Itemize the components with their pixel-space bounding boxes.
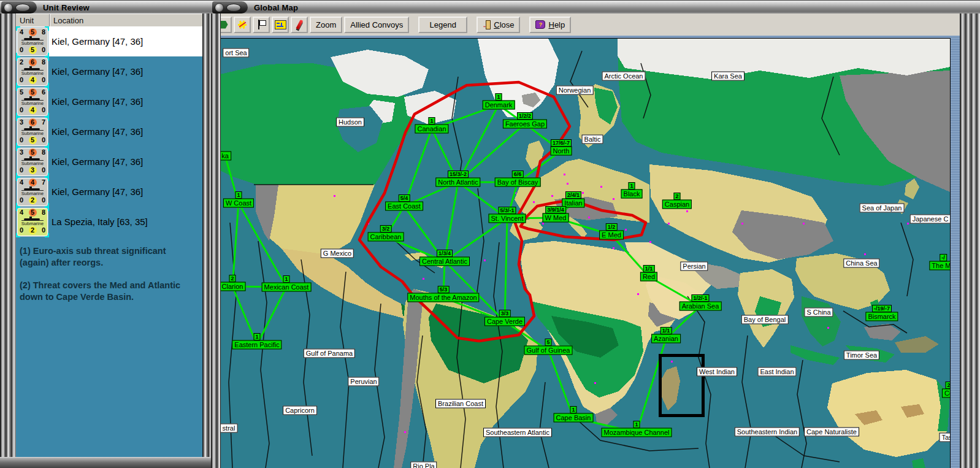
help-button[interactable]: ? Help	[529, 17, 571, 33]
sea-name-label: Sea of Japan	[860, 204, 905, 213]
unit-stat: 3	[29, 166, 37, 174]
sea-zone-label[interactable]: Mexican Coast	[262, 283, 312, 292]
marker-icon	[296, 20, 303, 29]
submarine-icon	[21, 36, 44, 40]
sea-zone-badge: 3/9/1/4	[545, 206, 566, 213]
global-map-right-frame	[960, 13, 980, 468]
sea-zone-label[interactable]: Co	[942, 389, 951, 398]
sea-zone-label[interactable]: Caspian	[662, 200, 692, 209]
window-menu-knob[interactable]	[1, 1, 37, 13]
map-label-layer: ort SeaHudsonNorwegianArctic OceanKara S…	[220, 39, 950, 468]
sea-zone-label[interactable]: W Coast	[223, 199, 254, 208]
sea-zone-badge: 1	[495, 93, 502, 101]
unit-counter[interactable]: 447Submarine020	[17, 178, 48, 206]
unit-row[interactable]: 458Submarine050Kiel, Germany [47, 36]	[16, 26, 202, 56]
sea-name-label: East Indian	[757, 367, 796, 377]
sea-zone-label[interactable]: Bay of Biscay	[495, 178, 541, 187]
unit-row[interactable]: 358Submarine030Kiel, Germany [47, 36]	[16, 147, 202, 177]
sea-zone-label[interactable]: The Ma	[929, 261, 951, 270]
burst-icon	[237, 20, 247, 29]
sea-zone-badge: -/19/-7	[872, 305, 892, 312]
sea-zone-label[interactable]: ka	[220, 152, 231, 161]
sea-zone-label[interactable]: Red	[640, 272, 657, 282]
unit-counter[interactable]: 367Submarine050	[17, 118, 48, 146]
unit-location: La Spezia, Italy [63, 35]	[52, 217, 148, 227]
unit-review-titlebar[interactable]: Unit Review	[0, 0, 211, 15]
column-header-location[interactable]: Location	[50, 14, 86, 27]
sea-zone-label[interactable]: St. Vincent	[489, 214, 526, 223]
screw-icon	[4, 3, 13, 12]
sea-zone-label[interactable]: Cape Basin	[554, 413, 594, 423]
sea-zone-label[interactable]: Cape Verde	[484, 317, 525, 326]
unit-row[interactable]: 458Submarine020La Spezia, Italy [63, 35]	[16, 207, 202, 237]
sea-zone-badge: 5	[545, 339, 551, 346]
world-map[interactable]: ort SeaHudsonNorwegianArctic OceanKara S…	[220, 38, 951, 468]
sea-zone-label[interactable]: North Atlantic	[435, 178, 480, 187]
sea-zone-badge: 17/6/-7	[551, 139, 572, 147]
unit-review-body: 458Submarine050Kiel, Germany [47, 36]268…	[16, 26, 202, 457]
unit-stat: 6	[29, 58, 37, 66]
unit-type-label: Submarine	[18, 131, 47, 136]
sea-name-label: G Mexico	[321, 249, 354, 258]
counter-button[interactable]	[272, 17, 289, 33]
unit-row[interactable]: 367Submarine050Kiel, Germany [47, 36]	[16, 117, 202, 147]
unit-counter[interactable]: 556Submarine040	[17, 88, 48, 116]
sea-name-label: Cape Naturaliste	[804, 428, 859, 437]
unit-counter[interactable]: 458Submarine020	[17, 208, 48, 236]
marker-button[interactable]	[291, 17, 308, 33]
sea-name-label: Brazilian Coast	[435, 399, 486, 409]
sea-zone-label[interactable]: Central Atlantic	[419, 257, 470, 266]
unit-type-label: Submarine	[18, 71, 47, 76]
sea-zone-label[interactable]: Caribbean	[368, 232, 404, 242]
global-map-titlebar[interactable]: Global Map	[211, 0, 980, 15]
allied-convoys-button[interactable]: Allied Convoys	[344, 17, 409, 33]
unit-row[interactable]: 556Submarine040Kiel, Germany [47, 36]	[16, 86, 202, 117]
sea-name-label: ort Sea	[223, 48, 249, 58]
sea-zone-label[interactable]: East Coast	[385, 202, 423, 211]
sea-zone-badge: 1	[428, 117, 435, 125]
sea-zone-label[interactable]: W Med	[543, 213, 569, 223]
unit-row[interactable]: 268Submarine040Kiel, Germany [47, 36]	[16, 56, 202, 86]
sea-zone-badge: 3/2	[380, 225, 392, 232]
sea-zone-label[interactable]: Arabian Sea	[679, 302, 722, 311]
unit-location: Kiel, Germany [47, 36]	[52, 156, 143, 167]
unit-counter[interactable]: 458Submarine050	[17, 28, 48, 56]
sea-zone-label[interactable]: Mozambique Channel	[601, 428, 672, 437]
unit-counter[interactable]: 268Submarine040	[17, 58, 48, 86]
sea-zone-badge: 1/2/-1	[691, 294, 709, 302]
unit-stat: 5	[29, 136, 37, 144]
sea-zone-badge: 1	[633, 421, 640, 428]
sea-zone-label[interactable]: North	[551, 147, 572, 156]
sea-zone-badge: 1/2/2	[517, 112, 533, 120]
unit-location: Kiel, Germany [47, 36]	[52, 66, 143, 77]
sea-name-label: Norwegian	[556, 86, 594, 95]
unit-counter[interactable]: 358Submarine030	[17, 148, 48, 176]
sea-name-label: Gulf of Panama	[304, 349, 355, 358]
counter-icon	[275, 20, 286, 29]
sea-zone-label[interactable]: Azanian	[651, 334, 681, 343]
sea-zone-label[interactable]: Clarion	[220, 282, 245, 291]
sea-zone-label[interactable]: Canadian	[415, 125, 448, 134]
combat-flash-button[interactable]	[234, 17, 251, 33]
sea-zone-label[interactable]: Eastern Pacific	[232, 340, 281, 350]
flag-button[interactable]	[253, 17, 270, 33]
close-button[interactable]: ← Close	[477, 17, 520, 33]
sea-zone-label[interactable]: Mouths of the Amazon	[407, 293, 479, 302]
submarine-icon	[21, 126, 44, 131]
unit-type-label: Submarine	[18, 161, 47, 166]
window-menu-knob[interactable]	[212, 1, 248, 13]
column-header-unit[interactable]: Unit	[16, 14, 50, 27]
sea-zone-label[interactable]: Black	[621, 190, 643, 199]
lever-icon	[226, 4, 241, 12]
sea-zone-label[interactable]: Faeroes Gap	[503, 120, 547, 129]
sea-zone-label[interactable]: Bismarck	[865, 312, 898, 321]
legend-button[interactable]: Legend	[418, 17, 467, 33]
sea-name-label: Peruvian	[348, 377, 379, 386]
unit-table-header: Unit Location	[16, 13, 202, 28]
sea-zone-label[interactable]: Denmark	[483, 101, 515, 110]
sea-zone-label[interactable]: E Med	[599, 231, 624, 240]
sea-name-label: China Sea	[843, 259, 879, 268]
zoom-button[interactable]: Zoom	[310, 17, 342, 33]
unit-row[interactable]: 447Submarine020Kiel, Germany [47, 36]	[16, 177, 202, 207]
sea-zone-label[interactable]: Gulf of Guinea	[524, 346, 573, 355]
